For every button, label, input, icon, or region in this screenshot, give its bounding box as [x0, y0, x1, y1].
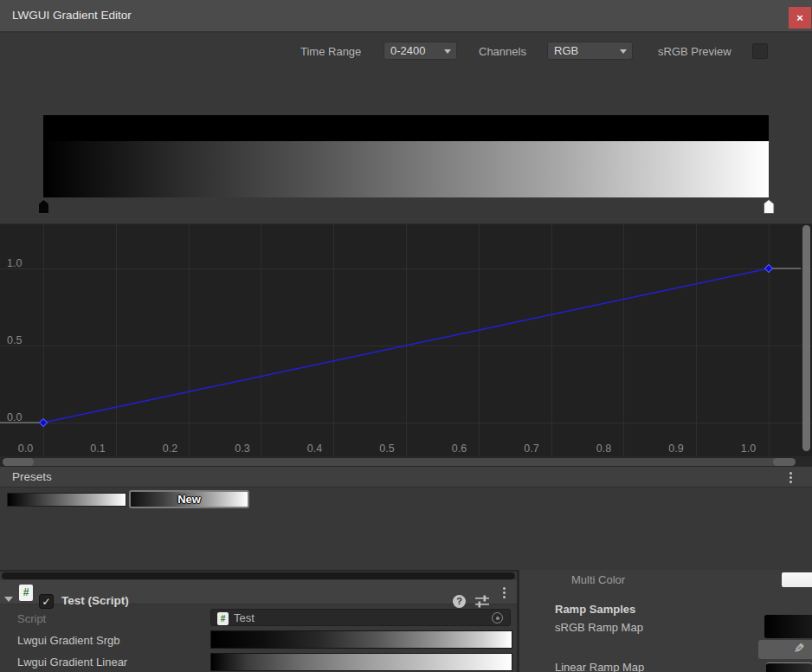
ramp-samples-panel: Multi Color Ramp Samples sRGB Ramp Map ✎… — [519, 570, 812, 672]
gradient-linear-row-label: Lwgui Gradient Linear — [17, 656, 127, 669]
x-tick-label: 0.9 — [668, 443, 683, 455]
curve-editor-plot[interactable]: 0.00.10.20.30.40.50.60.70.80.91.0 1.00.5… — [0, 223, 812, 456]
presets-header-title: Presets — [12, 467, 52, 488]
csharp-script-icon: # — [19, 585, 33, 601]
x-tick-label: 1.0 — [741, 443, 756, 455]
vertical-scrollbar[interactable] — [802, 225, 810, 451]
script-object-field[interactable]: # Test — [210, 609, 511, 626]
preset-swatch-new[interactable]: New — [129, 490, 249, 508]
srgb-preview-label: sRGB Preview — [658, 45, 731, 58]
srgb-ramp-map-preview[interactable] — [764, 615, 812, 638]
time-range-value: 0-2400 — [390, 44, 425, 57]
object-picker-icon[interactable] — [492, 612, 503, 624]
multi-color-swatch[interactable] — [782, 572, 812, 587]
close-icon: × — [796, 11, 803, 24]
linear-ramp-map-label: Linear Ramp Map — [555, 661, 644, 672]
preset-new-label: New — [131, 493, 248, 506]
ramp-samples-header: Ramp Samples — [555, 603, 635, 616]
close-button[interactable]: × — [789, 7, 811, 29]
preset-swatch-default[interactable] — [7, 493, 126, 507]
curve-line-canvas — [0, 224, 812, 457]
x-tick-label: 0.2 — [163, 443, 177, 455]
component-menu-icon[interactable] — [498, 585, 510, 599]
horizontal-scrollbar-thumb[interactable] — [3, 458, 795, 466]
gradient-key-right[interactable] — [764, 199, 775, 214]
gradient-key-left[interactable] — [38, 199, 49, 214]
curve-line — [43, 268, 769, 423]
checkmark-icon: ✓ — [42, 596, 50, 608]
foldout-triangle-icon[interactable] — [4, 597, 13, 602]
y-tick-label: 0.5 — [7, 334, 22, 346]
component-title: Test (Script) — [61, 594, 129, 607]
x-tick-label: 0.6 — [452, 443, 467, 455]
script-object-value: Test — [234, 611, 255, 624]
curve-point-start[interactable] — [39, 418, 47, 426]
gradient-alpha-strip[interactable] — [43, 115, 769, 141]
presets-sliders-icon[interactable] — [474, 595, 490, 608]
y-tick-label: 0.0 — [7, 411, 22, 423]
multi-color-label: Multi Color — [571, 573, 625, 586]
channels-dropdown[interactable]: RGB — [547, 42, 633, 60]
pencil-icon: ✎ — [794, 641, 805, 656]
x-tick-label: 0.4 — [307, 443, 322, 455]
x-tick-label: 0.5 — [379, 443, 394, 455]
gradient-key-right-fill — [764, 200, 774, 213]
window-titlebar: LWGUI Gradient Editor × — [0, 0, 812, 33]
srgb-preview-checkbox[interactable] — [752, 43, 768, 59]
x-tick-label: 0.1 — [90, 443, 105, 455]
gradient-key-left-fill — [39, 200, 48, 213]
chevron-down-icon — [444, 49, 451, 54]
srgb-ramp-map-label: sRGB Ramp Map — [555, 621, 643, 634]
curve-point-end[interactable] — [764, 264, 772, 272]
inspector-top-scrollbar[interactable] — [2, 572, 515, 579]
time-range-dropdown[interactable]: 0-2400 — [383, 42, 457, 60]
horizontal-scrollbar-left-handle[interactable] — [3, 458, 34, 466]
x-tick-label: 0.8 — [596, 443, 611, 455]
gradient-srgb-row-label: Lwgui Gradient Srgb — [17, 634, 120, 647]
channels-label: Channels — [479, 45, 526, 58]
component-header[interactable]: # ✓ Test (Script) ? — [0, 580, 517, 604]
horizontal-scrollbar-right-handle[interactable] — [773, 458, 796, 466]
horizontal-scrollbar-track[interactable] — [0, 456, 812, 467]
y-tick-label: 1.0 — [7, 257, 22, 269]
channels-value: RGB — [554, 44, 578, 57]
x-tick-label: 0.7 — [524, 443, 538, 455]
time-range-label: Time Range — [300, 45, 361, 58]
csharp-script-icon: # — [217, 612, 229, 625]
x-tick-label: 0.3 — [235, 443, 249, 455]
linear-ramp-map-preview[interactable] — [766, 662, 812, 672]
script-row-label: Script — [17, 612, 46, 625]
gradient-preview-strip[interactable] — [43, 141, 769, 197]
presets-header-bar: Presets — [0, 467, 812, 488]
component-enabled-checkbox[interactable]: ✓ — [39, 594, 54, 609]
presets-menu-icon[interactable] — [784, 470, 796, 484]
help-icon[interactable]: ? — [453, 595, 466, 608]
window-title: LWGUI Gradient Editor — [12, 0, 132, 31]
x-tick-label: 0.0 — [18, 443, 33, 455]
inspector-panel: # ✓ Test (Script) ? Script # Test Lwgui … — [0, 572, 517, 672]
gradient-srgb-field[interactable] — [210, 630, 512, 649]
ramp-edit-button[interactable]: ✎ — [758, 640, 812, 659]
chevron-down-icon — [620, 49, 627, 54]
gradient-linear-field[interactable] — [210, 653, 512, 671]
